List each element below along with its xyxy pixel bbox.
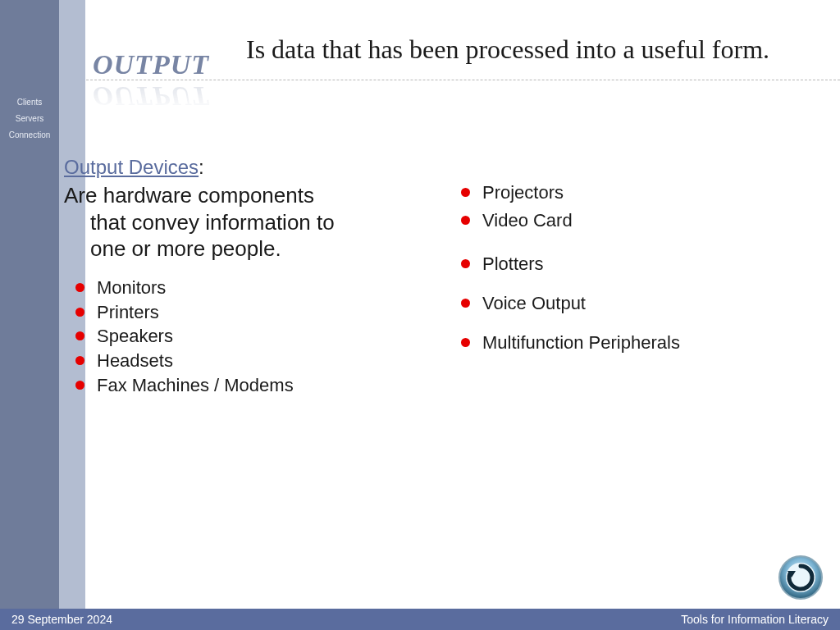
definition-text: Is data that has been processed into a u… [246, 33, 771, 66]
list-item: Headsets [64, 349, 409, 373]
sidebar-item-connection[interactable]: Connection [0, 130, 59, 139]
slide: Clients Servers Connection OUTPUT OUTPUT… [0, 0, 840, 630]
sidebar-item-servers[interactable]: Servers [0, 114, 59, 123]
para-line-2: that convey information to [90, 209, 409, 236]
bullet-list-left: Monitors Printers Speakers Headsets Fax … [64, 276, 409, 397]
list-item: Voice Output [450, 291, 794, 316]
subheading-link[interactable]: Output Devices [64, 156, 199, 178]
sidebar-nav: Clients Servers Connection [0, 90, 59, 147]
slide-title-reflection: OUTPUT [93, 80, 209, 112]
subheading: Output Devices: [64, 156, 204, 179]
list-item: Video Card [450, 208, 794, 233]
output-devices-paragraph: Are hardware components that convey info… [64, 182, 409, 262]
slide-title: OUTPUT [93, 49, 209, 80]
list-item: Speakers [64, 324, 409, 349]
list-item: Multifunction Peripherals [450, 331, 794, 355]
list-item: Plotters [450, 252, 794, 276]
para-line-1: Are hardware components [64, 183, 314, 208]
list-item: Monitors [64, 276, 409, 300]
para-line-3: one or more people. [90, 235, 409, 262]
refresh-icon[interactable] [778, 555, 824, 600]
sidebar-item-clients[interactable]: Clients [0, 98, 59, 107]
list-item: Printers [64, 300, 409, 325]
list-item: Fax Machines / Modems [64, 373, 409, 398]
subheading-colon: : [199, 156, 204, 178]
footer-date: 29 September 2024 [11, 613, 112, 626]
sidebar: Clients Servers Connection [0, 0, 59, 630]
list-item: Projectors [450, 180, 794, 205]
bullet-list-right: Projectors Video Card Plotters Voice Out… [450, 180, 794, 369]
footer-bar: 29 September 2024 Tools for Information … [0, 609, 840, 630]
footer-course: Tools for Information Literacy [681, 613, 829, 626]
